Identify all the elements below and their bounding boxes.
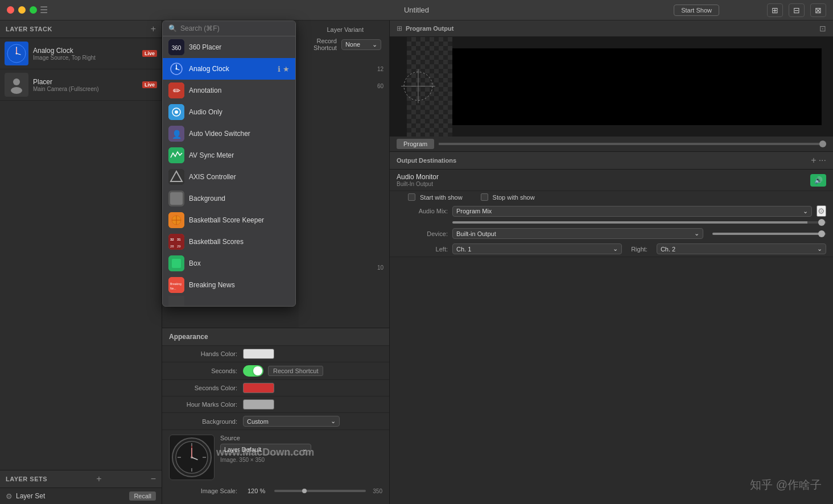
dropdown-item-axis[interactable]: AXIS Controller <box>163 166 295 188</box>
stop-with-show-checkbox[interactable] <box>481 193 488 201</box>
svg-rect-25 <box>170 192 183 205</box>
speaker-button[interactable]: 🔊 <box>810 174 826 187</box>
sidebar-toggle-icon[interactable]: ☰ <box>40 5 48 15</box>
device-select[interactable]: Built-in Output ⌄ <box>452 228 703 239</box>
slider-value: 12 <box>377 66 383 72</box>
source-preview <box>169 435 215 480</box>
layer-item[interactable]: Analog Clock Image Source, Top Right Liv… <box>0 38 162 69</box>
od-more-button[interactable]: ··· <box>819 155 826 166</box>
program-output-preview <box>390 37 833 137</box>
svg-text:28: 28 <box>170 245 174 248</box>
shortcut-select[interactable]: None ⌄ <box>341 39 381 50</box>
source-select[interactable]: Layer Default ⌄ <box>220 444 311 455</box>
chevron-down-icon: ⌄ <box>613 245 618 253</box>
audio-monitor-section: Audio Monitor Built-In Output 🔊 Start wi… <box>390 170 833 257</box>
expand-icon[interactable]: ⊞ <box>397 24 402 32</box>
svg-text:👤: 👤 <box>172 130 182 139</box>
audio-mix-gear-button[interactable]: ⚙ <box>816 205 826 217</box>
background-row: Background: Custom ⌄ <box>162 413 389 430</box>
dropdown-item-analogclock[interactable]: Analog Clock ℹ ★ <box>163 58 295 80</box>
program-volume-slider[interactable] <box>439 143 826 145</box>
clock-preview-image <box>172 437 212 477</box>
star-button[interactable]: ★ <box>283 65 290 73</box>
am-volume-row <box>390 219 833 226</box>
search-icon: 🔍 <box>168 24 177 32</box>
dropdown-item-audioonly[interactable]: Audio Only <box>163 101 295 123</box>
right-channel-select[interactable]: Ch. 2 ⌄ <box>657 243 826 254</box>
dropdown-item-360placer[interactable]: 360 360 Placer <box>163 36 295 58</box>
info-button[interactable]: ℹ <box>278 65 281 73</box>
device-volume-slider[interactable] <box>712 233 826 235</box>
hour-marks-color-swatch[interactable] <box>243 399 274 410</box>
live-badge: Live <box>142 50 157 57</box>
chevron-down-icon: ⌄ <box>817 245 822 253</box>
layer-sets-header: Layer Sets + − <box>0 470 162 488</box>
dropdown-item-annotation[interactable]: ✏ Annotation <box>163 80 295 101</box>
dropdown-item-box[interactable]: Box <box>163 253 295 274</box>
item-label-background: Background <box>189 195 290 203</box>
svg-point-6 <box>11 87 22 94</box>
dropdown-item-basketball-sc[interactable]: 32 31 28 29 Basketball Scores <box>163 231 295 253</box>
titlebar: ☰ Untitled Start Show ⊞ ⊟ ⊠ <box>0 0 833 20</box>
layer-variant-row: Layer Variant <box>307 26 381 33</box>
layer-controls-area: Layer Variant Record Shortcut None ⌄ 12 … <box>299 20 389 328</box>
source-section: Source Layer Default ⌄ Image. 350 × 350 <box>162 430 389 485</box>
slider-knob <box>819 141 826 147</box>
layout-icon-1[interactable]: ⊞ <box>767 3 783 17</box>
start-show-button[interactable]: Start Show <box>674 5 719 16</box>
layout-icon-3[interactable]: ⊠ <box>810 3 826 17</box>
layer-sub: Main Camera (Fullscreen) <box>33 86 142 92</box>
dropdown-item-autovideo[interactable]: 👤 Auto Video Switcher <box>163 123 295 144</box>
search-input[interactable] <box>180 24 290 32</box>
audio-mix-value: Program Mix <box>456 208 492 214</box>
live-badge: Live <box>142 81 157 88</box>
layer-set-name: Layer Set <box>16 492 126 500</box>
volume-slider[interactable] <box>452 221 826 224</box>
layer-item[interactable]: Placer Main Camera (Fullscreen) Live <box>0 69 162 101</box>
chevron-down-icon: ⌄ <box>694 230 699 237</box>
left-channel-select[interactable]: Ch. 1 ⌄ <box>452 243 622 254</box>
dropdown-item-background[interactable]: Background <box>163 188 295 209</box>
svg-text:Breaking: Breaking <box>170 282 182 286</box>
image-scale-slider[interactable] <box>274 490 366 492</box>
layer-avatar <box>5 73 28 97</box>
dropdown-item-partial[interactable] <box>163 296 295 306</box>
od-add-button[interactable]: + <box>811 155 816 166</box>
maximize-button[interactable] <box>30 6 37 14</box>
layout-icon-2[interactable]: ⊟ <box>789 3 805 17</box>
dropdown-item-avsync[interactable]: AV Sync Meter <box>163 144 295 166</box>
remove-set-button[interactable]: − <box>151 474 156 484</box>
item-icon-autovideo: 👤 <box>168 126 184 142</box>
audio-mix-select[interactable]: Program Mix ⌄ <box>452 206 812 217</box>
seconds-color-swatch[interactable] <box>243 383 274 393</box>
slider-fill <box>439 143 824 145</box>
seconds-label: Seconds: <box>169 367 243 374</box>
am-sub: Built-In Output <box>397 181 439 187</box>
program-button[interactable]: Program <box>397 139 434 149</box>
layer-variant-label: Layer Variant <box>307 26 364 33</box>
dropdown-item-breaking[interactable]: Breaking Ne... Breaking News <box>163 274 295 296</box>
hands-color-label: Hands Color: <box>169 350 243 357</box>
layer-name: Analog Clock <box>33 47 142 55</box>
fullscreen-icon[interactable]: ⊡ <box>819 24 826 33</box>
svg-point-18 <box>175 110 178 114</box>
record-shortcut-button[interactable]: Record Shortcut <box>268 366 323 376</box>
chevron-down-icon: ⌄ <box>803 208 808 215</box>
background-select[interactable]: Custom ⌄ <box>243 416 340 427</box>
add-set-button[interactable]: + <box>96 474 101 484</box>
start-with-show-checkbox[interactable] <box>408 193 415 201</box>
minimize-button[interactable] <box>18 6 26 14</box>
close-button[interactable] <box>7 6 14 14</box>
layer-set-item[interactable]: ⚙ Layer Set Recall <box>0 488 162 504</box>
hands-color-swatch[interactable] <box>243 349 274 359</box>
slider-max: 350 <box>373 488 382 494</box>
recall-button[interactable]: Recall <box>129 491 156 501</box>
add-layer-button[interactable]: + <box>151 24 156 34</box>
toggle-knob <box>253 366 262 375</box>
dropdown-item-basketball-sk[interactable]: Basketball Score Keeper <box>163 209 295 231</box>
image-info: Image. 350 × 350 <box>220 457 382 463</box>
seconds-toggle[interactable] <box>243 365 263 377</box>
item-icon-avsync <box>168 147 184 163</box>
svg-text:32: 32 <box>170 238 174 241</box>
slider-value: 60 <box>377 83 383 89</box>
